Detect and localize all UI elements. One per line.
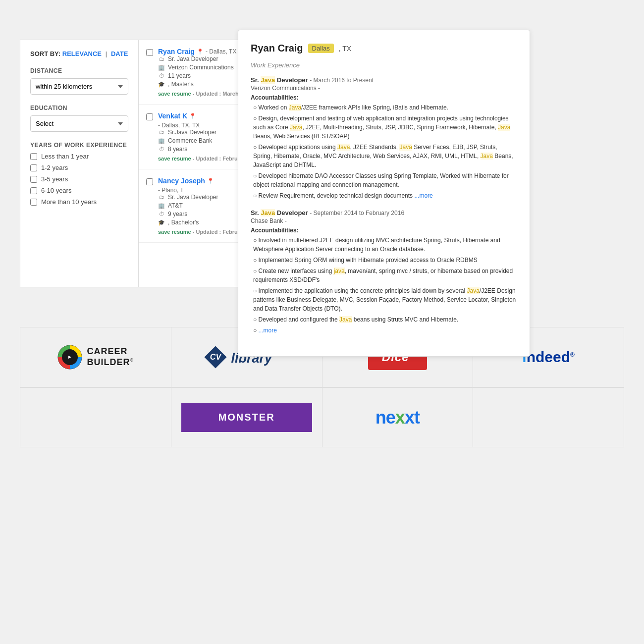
monster-logo: MONSTER bbox=[181, 403, 312, 432]
result-name-2[interactable]: Venkat K bbox=[158, 112, 187, 120]
job2-bullet-2: ○ Implemented Spring ORM wiring with Hib… bbox=[251, 256, 517, 265]
job1-title: Sr. Java Developer bbox=[251, 76, 308, 84]
distance-filter: DISTANCE within 5 kilometers within 10 k… bbox=[30, 67, 128, 95]
sort-by-label: SORT BY: bbox=[30, 50, 60, 57]
job1-more[interactable]: ...more bbox=[414, 192, 432, 199]
svg-text:CV: CV bbox=[210, 352, 221, 361]
job1-company: Verizon Communications - bbox=[251, 85, 517, 92]
result-check-3[interactable] bbox=[146, 178, 153, 185]
result-years-2: ⏱ 8 years bbox=[158, 146, 240, 153]
location-icon-1: 📍 bbox=[197, 49, 204, 55]
job2-more: ○ ...more bbox=[251, 326, 517, 335]
clock-icon-3: ⏱ bbox=[158, 211, 165, 217]
exp-1-2-checkbox[interactable] bbox=[30, 164, 37, 171]
job2-dates: - September 2014 to February 2016 bbox=[310, 210, 404, 216]
result-location-2: - Dallas, TX, TX bbox=[158, 122, 200, 129]
job-title-line-1: Sr. Java Developer - March 2016 to Prese… bbox=[251, 76, 517, 84]
result-card-1[interactable]: Ryan Craig 📍 - Dallas, TX 🗂 Sr. Java Dev… bbox=[139, 40, 247, 105]
result-card-3[interactable]: Nancy Joseph 📍 - Plano, T 🗂 Sr. Java Dev… bbox=[139, 169, 247, 243]
resume-location-rest: , TX bbox=[339, 45, 351, 53]
result-checkbox-3[interactable] bbox=[146, 178, 153, 235]
result-company-1: 🏢 Verizon Communications bbox=[158, 64, 240, 71]
edu-icon-3: 🎓 bbox=[158, 219, 165, 226]
result-check-1[interactable] bbox=[146, 49, 153, 56]
job2-company: Chase Bank - bbox=[251, 217, 517, 224]
distance-select[interactable]: within 5 kilometers within 10 kilometers… bbox=[30, 78, 128, 95]
indeed-rest: ndeed bbox=[527, 349, 570, 365]
result-title-3: 🗂 Sr. Java Developer bbox=[158, 194, 240, 201]
save-resume-link-2[interactable]: save resume bbox=[158, 156, 191, 161]
exp-more-10-checkbox[interactable] bbox=[30, 199, 37, 206]
exp-more-10-label: More than 10 years bbox=[41, 198, 97, 206]
result-years-3: ⏱ 9 years bbox=[158, 211, 240, 217]
nexxt-xt: xt bbox=[405, 407, 420, 428]
job1-dates: - March 2016 to Present bbox=[310, 77, 374, 84]
result-title-2: 🗂 Sr.Java Developer bbox=[158, 129, 240, 136]
exp-6-10[interactable]: 6-10 years bbox=[30, 187, 128, 194]
briefcase-icon-3: 🗂 bbox=[158, 194, 165, 200]
sort-by-section: SORT BY: RELEVANCE | DATE bbox=[30, 50, 128, 57]
location-icon-3: 📍 bbox=[207, 178, 214, 184]
result-checkbox-2[interactable] bbox=[146, 113, 153, 161]
experience-filter: YEARS OF WORK EXPERIENCE Less than 1 yea… bbox=[30, 142, 128, 206]
result-card-2[interactable]: Venkat K 📍 - Dallas, TX, TX 🗂 Sr.Java De… bbox=[139, 105, 247, 169]
result-checkbox-1[interactable] bbox=[146, 49, 153, 97]
result-info-3: Nancy Joseph 📍 - Plano, T 🗂 Sr. Java Dev… bbox=[158, 177, 240, 235]
indeed-reg: ® bbox=[570, 351, 575, 358]
exp-3-5[interactable]: 3-5 years bbox=[30, 175, 128, 183]
nexxt-cell[interactable]: nexxt bbox=[322, 388, 474, 447]
save-resume-link-1[interactable]: save resume bbox=[158, 91, 191, 97]
result-name-1[interactable]: Ryan Craig bbox=[158, 48, 195, 55]
education-filter: EDUCATION Select High School Associate B… bbox=[30, 105, 128, 132]
exp-less-1[interactable]: Less than 1 year bbox=[30, 153, 128, 160]
exp-1-2[interactable]: 1-2 years bbox=[30, 164, 128, 171]
job-entry-2: Sr. Java Developer - September 2014 to F… bbox=[251, 209, 517, 335]
careerbuilder-icon bbox=[57, 345, 82, 370]
monster-text: MONSTER bbox=[218, 412, 275, 423]
save-resume-link-3[interactable]: save resume bbox=[158, 229, 191, 235]
nexxt-ne: ne bbox=[376, 407, 395, 428]
exp-6-10-checkbox[interactable] bbox=[30, 187, 37, 194]
careerbuilder-text: CAREER BUILDER® bbox=[87, 346, 134, 368]
sort-relevance[interactable]: RELEVANCE bbox=[62, 50, 102, 57]
exp-less-1-checkbox[interactable] bbox=[30, 153, 37, 160]
job1-bullet-2: ○ Design, development and testing of web… bbox=[251, 114, 517, 141]
edu-icon-1: 🎓 bbox=[158, 81, 165, 88]
exp-3-5-label: 3-5 years bbox=[41, 175, 68, 183]
save-resume-2: save resume - Updated : Febru bbox=[158, 156, 240, 161]
result-title-1: 🗂 Sr. Java Developer bbox=[158, 55, 240, 62]
education-select[interactable]: Select High School Associate Bachelor's … bbox=[30, 115, 128, 132]
result-location-3: - Plano, T bbox=[158, 187, 184, 194]
work-experience-title: Work Experience bbox=[251, 61, 517, 69]
nexxt-x: x bbox=[395, 407, 405, 428]
job2-bullet-3: ○ Create new interfaces using java, mave… bbox=[251, 267, 517, 284]
result-check-2[interactable] bbox=[146, 113, 153, 120]
updated-2: - Updated : Febru bbox=[193, 156, 238, 161]
result-info-2: Venkat K 📍 - Dallas, TX, TX 🗂 Sr.Java De… bbox=[158, 112, 240, 161]
exp-less-1-label: Less than 1 year bbox=[41, 153, 89, 160]
monster-cell[interactable]: MONSTER bbox=[171, 388, 322, 447]
result-company-2: 🏢 Commerce Bank bbox=[158, 137, 240, 144]
job-title-line-2: Sr. Java Developer - September 2014 to F… bbox=[251, 209, 517, 216]
resume-header: Ryan Craig Dallas , TX bbox=[251, 43, 517, 54]
save-resume-3: save resume - Updated : Febru bbox=[158, 229, 240, 235]
careerbuilder-logo: CAREER BUILDER® bbox=[57, 345, 134, 370]
job1-bullet-5: ○ Review Requirement, develop technical … bbox=[251, 191, 517, 200]
updated-1: - Updated : March bbox=[193, 91, 239, 97]
updated-3: - Updated : Febru bbox=[193, 229, 238, 235]
result-edu-1: 🎓 , Master's bbox=[158, 81, 240, 88]
exp-more-10[interactable]: More than 10 years bbox=[30, 198, 128, 206]
careerbuilder-cell[interactable]: CAREER BUILDER® bbox=[20, 327, 171, 387]
filter-sidebar: SORT BY: RELEVANCE | DATE DISTANCE withi… bbox=[20, 40, 139, 287]
result-name-3[interactable]: Nancy Joseph bbox=[158, 177, 205, 185]
indeed-logo: indeed® bbox=[522, 349, 575, 366]
exp-3-5-checkbox[interactable] bbox=[30, 176, 37, 183]
job2-more-link[interactable]: ...more bbox=[259, 327, 277, 334]
clock-icon-2: ⏱ bbox=[158, 146, 165, 152]
job2-title: Sr. Java Developer bbox=[251, 209, 308, 216]
building-icon-2: 🏢 bbox=[158, 138, 165, 144]
sort-date[interactable]: DATE bbox=[111, 50, 128, 57]
save-resume-1: save resume - Updated : March bbox=[158, 91, 240, 97]
result-location-1: - Dallas, TX bbox=[206, 48, 236, 55]
education-label: EDUCATION bbox=[30, 105, 128, 111]
